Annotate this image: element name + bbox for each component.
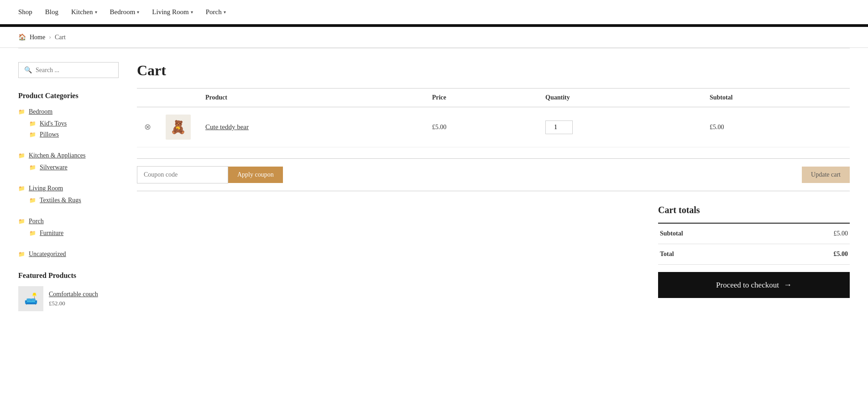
folder-icon: 📁 bbox=[18, 185, 25, 192]
featured-product-link[interactable]: Comfortable couch bbox=[49, 291, 98, 298]
col-subtotal: Subtotal bbox=[702, 89, 850, 107]
chevron-down-icon: ▾ bbox=[191, 10, 193, 15]
folder-icon: 📁 bbox=[29, 197, 36, 204]
product-name-cell: Cute teddy bear bbox=[198, 107, 425, 147]
product-subtotal: £5.00 bbox=[710, 124, 724, 131]
product-subtotal-cell: £5.00 bbox=[702, 107, 850, 147]
folder-icon: 📁 bbox=[18, 109, 25, 115]
table-row: ⊗ 🧸 Cute teddy bear £5.00 £5 bbox=[137, 107, 850, 147]
search-box: 🔍 bbox=[18, 62, 119, 78]
nav-kitchen[interactable]: Kitchen ▾ bbox=[71, 8, 97, 16]
totals-table: Subtotal £5.00 Total £5.00 bbox=[658, 223, 850, 265]
category-uncategorized-link[interactable]: Uncategorized bbox=[29, 251, 66, 258]
folder-icon: 📁 bbox=[18, 218, 25, 225]
featured-products-title: Featured Products bbox=[18, 272, 119, 280]
category-silverware-link[interactable]: Silverware bbox=[40, 164, 68, 171]
product-price: £5.00 bbox=[432, 124, 447, 131]
breadcrumb-separator: › bbox=[49, 34, 51, 41]
coupon-row: Apply coupon Update cart bbox=[137, 158, 850, 191]
total-label: Total bbox=[660, 251, 674, 258]
category-kitchen: 📁 Kitchen & Appliances bbox=[18, 152, 119, 159]
category-pillows: 📁 Pillows bbox=[29, 131, 119, 138]
category-kitchen-link[interactable]: Kitchen & Appliances bbox=[29, 152, 85, 159]
category-living-room-sub: 📁 Textiles & Rugs bbox=[18, 197, 119, 204]
col-quantity: Quantity bbox=[538, 89, 702, 107]
categories-title: Product Categories bbox=[18, 92, 119, 100]
category-kitchen-sub: 📁 Silverware bbox=[18, 164, 119, 171]
total-row: Total £5.00 bbox=[658, 244, 850, 265]
subtotal-label: Subtotal bbox=[660, 230, 683, 237]
total-value: £5.00 bbox=[834, 251, 848, 258]
quantity-input[interactable] bbox=[545, 120, 573, 134]
featured-product-item: 🛋️ Comfortable couch £52.00 bbox=[18, 286, 119, 311]
product-quantity-cell bbox=[538, 107, 702, 147]
category-bedroom-link[interactable]: Bedroom bbox=[29, 108, 52, 115]
chevron-down-icon: ▾ bbox=[137, 10, 139, 15]
product-name-link[interactable]: Cute teddy bear bbox=[205, 123, 249, 131]
cart-area: Cart Product Price Quantity Subtotal ⊗ bbox=[137, 62, 850, 298]
nav-bedroom[interactable]: Bedroom ▾ bbox=[110, 8, 140, 16]
category-furniture-link[interactable]: Furniture bbox=[40, 230, 63, 237]
remove-item-button[interactable]: ⊗ bbox=[144, 123, 151, 131]
category-textiles-rugs: 📁 Textiles & Rugs bbox=[29, 197, 119, 204]
col-remove bbox=[137, 89, 158, 107]
subtotal-value: £5.00 bbox=[834, 230, 848, 237]
nav-shop[interactable]: Shop bbox=[18, 8, 32, 16]
breadcrumb-home-link[interactable]: Home bbox=[30, 34, 45, 41]
cart-totals: Cart totals Subtotal £5.00 Total £5.00 P… bbox=[658, 205, 850, 298]
apply-coupon-button[interactable]: Apply coupon bbox=[228, 167, 283, 183]
chevron-down-icon: ▾ bbox=[95, 10, 97, 15]
featured-product-info: Comfortable couch £52.00 bbox=[49, 291, 98, 307]
main-layout: 🔍 Product Categories 📁 Bedroom 📁 Kid's T… bbox=[0, 48, 868, 325]
remove-cell: ⊗ bbox=[137, 107, 158, 147]
update-cart-button[interactable]: Update cart bbox=[802, 167, 850, 183]
checkout-arrow-icon: → bbox=[784, 280, 792, 290]
product-price-cell: £5.00 bbox=[425, 107, 538, 147]
category-silverware: 📁 Silverware bbox=[29, 164, 119, 171]
folder-icon: 📁 bbox=[29, 131, 36, 138]
nav-porch[interactable]: Porch ▾ bbox=[206, 8, 226, 16]
category-uncategorized: 📁 Uncategorized bbox=[18, 251, 119, 258]
nav-blog[interactable]: Blog bbox=[45, 8, 58, 16]
product-thumbnail: 🧸 bbox=[166, 115, 191, 140]
category-living-room: 📁 Living Room bbox=[18, 185, 119, 192]
category-furniture: 📁 Furniture bbox=[29, 230, 119, 237]
col-product: Product bbox=[198, 89, 425, 107]
category-pillows-link[interactable]: Pillows bbox=[40, 131, 59, 138]
category-textiles-rugs-link[interactable]: Textiles & Rugs bbox=[40, 197, 81, 204]
cart-title: Cart bbox=[137, 62, 850, 79]
cart-table: Product Price Quantity Subtotal ⊗ 🧸 Cute… bbox=[137, 88, 850, 147]
checkout-label: Proceed to checkout bbox=[716, 281, 779, 290]
category-kids-toys: 📁 Kid's Toys bbox=[29, 120, 119, 127]
nav-living-room[interactable]: Living Room ▾ bbox=[152, 8, 193, 16]
chevron-down-icon: ▾ bbox=[224, 10, 226, 15]
home-icon: 🏠 bbox=[18, 33, 26, 41]
sidebar: 🔍 Product Categories 📁 Bedroom 📁 Kid's T… bbox=[18, 62, 119, 311]
category-porch-link[interactable]: Porch bbox=[29, 218, 44, 225]
checkout-button[interactable]: Proceed to checkout → bbox=[658, 272, 850, 298]
product-image-cell: 🧸 bbox=[158, 107, 198, 147]
category-kids-toys-link[interactable]: Kid's Toys bbox=[40, 120, 67, 127]
col-price: Price bbox=[425, 89, 538, 107]
category-living-room-link[interactable]: Living Room bbox=[29, 185, 63, 192]
featured-product-image: 🛋️ bbox=[18, 286, 43, 311]
subtotal-row: Subtotal £5.00 bbox=[658, 224, 850, 244]
top-navigation: Shop Blog Kitchen ▾ Bedroom ▾ Living Roo… bbox=[0, 0, 868, 26]
search-icon: 🔍 bbox=[24, 66, 32, 74]
breadcrumb-current: Cart bbox=[55, 34, 66, 41]
folder-icon: 📁 bbox=[18, 152, 25, 159]
coupon-input[interactable] bbox=[137, 166, 228, 183]
category-bedroom: 📁 Bedroom bbox=[18, 108, 119, 115]
featured-product-price: £52.00 bbox=[49, 300, 98, 307]
search-input[interactable] bbox=[36, 67, 113, 74]
category-bedroom-sub: 📁 Kid's Toys 📁 Pillows bbox=[18, 120, 119, 138]
folder-icon: 📁 bbox=[29, 230, 36, 237]
col-image bbox=[158, 89, 198, 107]
category-porch: 📁 Porch bbox=[18, 218, 119, 225]
folder-icon: 📁 bbox=[29, 120, 36, 127]
folder-icon: 📁 bbox=[18, 251, 25, 258]
folder-icon: 📁 bbox=[29, 164, 36, 171]
category-porch-sub: 📁 Furniture bbox=[18, 230, 119, 237]
category-list: 📁 Bedroom 📁 Kid's Toys 📁 Pillows 📁 Kitch… bbox=[18, 108, 119, 258]
cart-totals-title: Cart totals bbox=[658, 205, 850, 215]
